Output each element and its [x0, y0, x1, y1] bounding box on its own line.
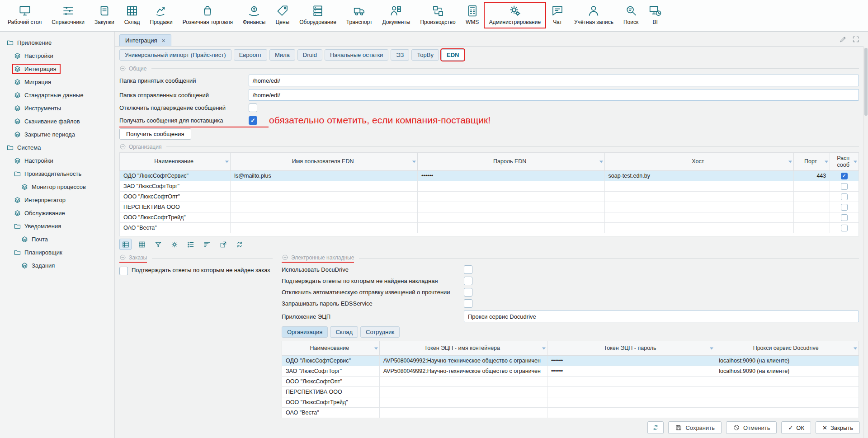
sidebar-item-скачивание-файлов[interactable]: Скачивание файлов — [0, 115, 114, 128]
subtab-торby[interactable]: ТорBy — [411, 49, 439, 61]
column-header-хост[interactable]: Хост — [604, 153, 794, 171]
rows-tool-icon[interactable] — [119, 239, 132, 250]
refresh-button[interactable] — [647, 421, 664, 434]
sidebar-item-монитор-процессов[interactable]: Монитор процессов — [0, 180, 114, 193]
org-table-row[interactable]: ООО "ЛюксСофтОпт" — [120, 192, 859, 202]
waybill-table-row[interactable]: ООО "ЛюксСофтТрейд" — [282, 397, 859, 408]
edit-pencil-icon[interactable] — [839, 35, 847, 43]
subtab-мила[interactable]: Мила — [269, 49, 295, 61]
ecp-app-input[interactable]: Прокси сервис Docudrive — [464, 311, 859, 322]
waybill-tab-сотрудник[interactable]: Сотрудник — [360, 326, 400, 338]
column-header-наименование[interactable]: Наименование — [120, 153, 231, 171]
save-button[interactable]: Сохранить — [668, 421, 722, 434]
numlist-tool-icon[interactable] — [184, 239, 197, 250]
sidebar-item-инструменты[interactable]: Инструменты — [0, 102, 114, 115]
column-header-расп-сооб[interactable]: Расп сооб — [830, 153, 859, 171]
collapse-icon[interactable] — [119, 143, 126, 150]
sidebar-item-интерпретатор[interactable]: Интерпретатор — [0, 193, 114, 207]
toolbar-item-retail[interactable]: Розничная торговля — [178, 2, 238, 28]
sidebar-item-планировщик[interactable]: Планировщик — [0, 246, 114, 259]
toolbar-item-transport[interactable]: Транспорт — [341, 2, 377, 28]
toolbar-item-documents[interactable]: Документы — [377, 2, 415, 28]
sidebar-item-интеграция[interactable]: Интеграция — [0, 62, 114, 75]
waybill-tab-склад[interactable]: Склад — [330, 326, 358, 338]
org-table-row[interactable]: ПЕРСПЕКТИВА ООО — [120, 202, 859, 212]
waybill-table-row[interactable]: ОДО "ЛюксСофтСервис"AVP5080049992:Научно… — [282, 356, 859, 366]
export-tool-icon[interactable] — [217, 239, 229, 250]
subtab-универсальный-импорт-прайс-лист[interactable]: Универсальный импорт (Прайс-лист) — [119, 49, 231, 61]
subtab-druid[interactable]: Druid — [297, 49, 322, 61]
sidebar-item-закрытие-периода[interactable]: Закрытие периода — [0, 128, 114, 141]
column-header-прокси-сервис-docudrive[interactable]: Прокси сервис Docudrive — [715, 341, 859, 356]
column-header-пароль-edn[interactable]: Пароль EDN — [417, 153, 604, 171]
waybill-option-checkbox-запрашивать-пароль-edsservice[interactable] — [464, 299, 472, 308]
toolbar-item-desktop[interactable]: Рабочий стол — [3, 2, 47, 28]
column-header-токен-эцп-пароль[interactable]: Токен ЭЦП - пароль — [547, 341, 715, 356]
received-folder-input[interactable]: /home/edi/ — [249, 75, 859, 86]
tab-integration[interactable]: Интеграция × — [119, 34, 171, 46]
sortlist-tool-icon[interactable] — [201, 239, 213, 250]
org-table-row[interactable]: ЗАО "ЛюксСофтТорг" — [120, 181, 859, 192]
sidebar-item-настройки[interactable]: Настройки — [0, 154, 114, 167]
sidebar-item-стандартные-данные[interactable]: Стандартные данные — [0, 89, 114, 102]
gear-tool-icon[interactable] — [168, 239, 180, 250]
waybill-table-row[interactable]: ПЕРСПЕКТИВА ООО — [282, 387, 859, 397]
sidebar-item-почта[interactable]: Почта — [0, 233, 114, 246]
sidebar-item-уведомления[interactable]: Уведомления — [0, 220, 114, 233]
toolbar-item-prices[interactable]: Цены — [270, 2, 294, 28]
waybill-option-checkbox-использовать-docudrive[interactable] — [464, 265, 472, 274]
disable-confirm-checkbox[interactable] — [249, 104, 257, 112]
waybill-table-row[interactable]: ЗАО "ЛюксСофтТорг"AVP5080049992:Научно-т… — [282, 366, 859, 377]
close-button[interactable]: ✕ Закрыть — [816, 421, 860, 434]
tab-close-icon[interactable]: × — [162, 38, 165, 44]
toolbar-item-equipment[interactable]: Оборудование — [294, 2, 341, 28]
column-header-токен-эцп-имя-контейнера[interactable]: Токен ЭЦП - имя контейнера — [379, 341, 547, 356]
toolbar-item-wms[interactable]: WMS — [461, 2, 484, 28]
waybill-option-checkbox-отключить-автоматическую-отправку-извещений-о-прочтении[interactable] — [464, 288, 472, 297]
sidebar-item-настройки[interactable]: Настройки — [0, 49, 114, 62]
sidebar-item-производительность[interactable]: Производительность — [0, 167, 114, 180]
toolbar-item-sales[interactable]: Продажи — [145, 2, 178, 28]
get-messages-button[interactable]: Получить сообщения — [119, 128, 191, 140]
cancel-button[interactable]: Отменить — [726, 421, 777, 434]
subtab-эз[interactable]: ЭЗ — [391, 49, 409, 61]
distribute-checkbox[interactable] — [841, 214, 848, 221]
waybill-table-row[interactable]: ООО "ЛюксСофтОпт" — [282, 377, 859, 387]
sidebar-item-обслуживание[interactable]: Обслуживание — [0, 207, 114, 220]
subtab-edn[interactable]: EDN — [441, 49, 464, 61]
column-header-наименование[interactable]: Наименование — [282, 341, 380, 356]
distribute-checkbox[interactable] — [841, 173, 848, 179]
toolbar-item-administration[interactable]: Администрирование — [484, 2, 546, 28]
distribute-checkbox[interactable] — [841, 183, 848, 190]
distribute-checkbox[interactable] — [841, 225, 848, 231]
toolbar-item-purchases[interactable]: Закупки — [90, 2, 119, 28]
org-table-row[interactable]: ОДО "ЛюксСофтСервис"ls@mailto.plus •••••… — [120, 171, 859, 181]
collapse-icon[interactable] — [282, 254, 288, 261]
waybill-table-row[interactable]: ОАО "Веста" — [282, 408, 859, 418]
refresh2-tool-icon[interactable] — [233, 239, 245, 250]
grid-tool-icon[interactable] — [136, 239, 148, 250]
subtab-начальные-остатки[interactable]: Начальные остатки — [325, 49, 388, 61]
collapse-icon[interactable] — [119, 65, 126, 72]
toolbar-item-bi[interactable]: BI — [643, 2, 667, 28]
toolbar-item-chat[interactable]: Чат — [546, 2, 569, 28]
column-header-имя-пользователя-edn[interactable]: Имя пользователя EDN — [231, 153, 418, 171]
org-table-row[interactable]: ООО "ЛюксСофтТрейд" — [120, 212, 859, 223]
org-table-row[interactable]: ОАО "Веста" — [120, 223, 859, 233]
orders-confirm-checkbox[interactable] — [119, 267, 128, 275]
toolbar-item-warehouse[interactable]: Склад — [119, 2, 145, 28]
supplier-messages-checkbox[interactable] — [249, 116, 257, 125]
scrollbar-thumb[interactable] — [864, 48, 868, 116]
toolbar-item-search[interactable]: Поиск — [618, 2, 643, 28]
toolbar-item-account[interactable]: Учётная запись — [569, 2, 618, 28]
distribute-checkbox[interactable] — [841, 204, 848, 211]
sidebar-item-задания[interactable]: Задания — [0, 259, 114, 272]
main-scrollbar[interactable] — [863, 47, 868, 438]
filter-tool-icon[interactable] — [152, 239, 164, 250]
sidebar-item-миграция[interactable]: Миграция — [0, 75, 114, 89]
waybill-tab-организация[interactable]: Организация — [282, 326, 328, 338]
toolbar-item-production[interactable]: Производство — [415, 2, 460, 28]
maximize-icon[interactable] — [852, 35, 860, 43]
toolbar-item-finance[interactable]: Финансы — [238, 2, 270, 28]
ok-button[interactable]: ✓ ОК — [781, 421, 811, 434]
